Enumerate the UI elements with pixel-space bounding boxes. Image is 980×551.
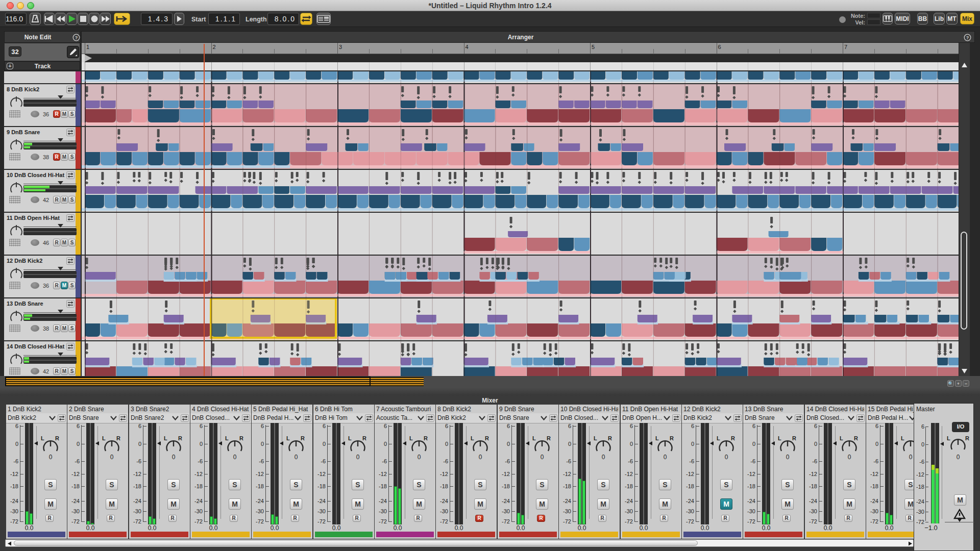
svg-text:?: ?	[75, 35, 78, 40]
svg-text:?: ?	[966, 35, 969, 40]
